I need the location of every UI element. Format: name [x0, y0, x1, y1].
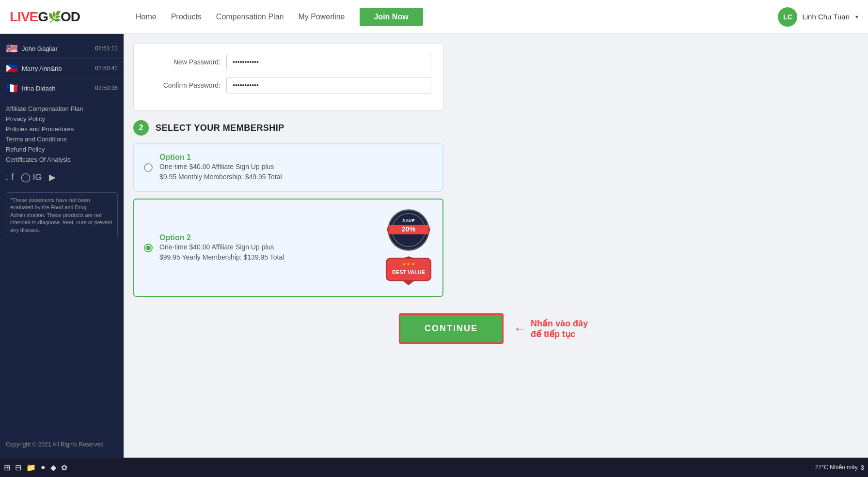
radio-option1[interactable] [144, 163, 153, 172]
user-name-label: Linh Chu Tuan [802, 13, 850, 21]
chevron-down-icon: ▾ [855, 14, 858, 20]
sidebar-user-2: 🇵🇭 Marry Ann&nb 02:50:42 [0, 59, 124, 78]
continue-button[interactable]: CONTINUE [399, 313, 504, 344]
main-layout: 🇺🇸 John Gagliar 02:51:11 🇵🇭 Marry Ann&nb… [0, 34, 868, 458]
taskbar: ⊞ ⊟ 📁 ● ◆ ✿ 27°C Nhiều mây 3 [0, 458, 868, 477]
taskbar-search-icon[interactable]: ⊟ [15, 463, 21, 472]
instagram-icon[interactable]: ◯ IG [21, 172, 42, 183]
annotation-text: Nhấn vào đâyđể tiếp tục [531, 318, 588, 339]
section-title-membership: SELECT YOUR MEMBERSHIP [156, 123, 284, 133]
nav-compensation[interactable]: Compensation Plan [216, 13, 284, 21]
logo-g: G [38, 9, 48, 25]
navbar: LIVEG🌿OD Home Products Compensation Plan… [0, 0, 868, 34]
join-now-button[interactable]: Join Now [360, 8, 423, 26]
user-menu[interactable]: LC Linh Chu Tuan ▾ [778, 7, 858, 27]
sidebar-link-terms[interactable]: Terms and Conditions [6, 136, 118, 143]
sidebar-disclaimer: *These statements have not been evaluate… [6, 192, 118, 238]
taskbar-app1-icon[interactable]: ◆ [50, 463, 56, 472]
user3-name: Irina Didash [22, 85, 91, 92]
flag-fr: 🇫🇷 [6, 82, 18, 94]
sidebar-copyright: Copyright © 2021 All Rights Reserved [0, 435, 124, 453]
logo-od: OD [61, 9, 80, 25]
logo-live: LIVE [10, 9, 38, 25]
user1-time: 02:51:11 [95, 45, 118, 52]
user3-time: 02:50:36 [95, 85, 118, 92]
nav-products[interactable]: Products [171, 13, 202, 21]
svg-marker-9 [403, 280, 415, 285]
taskbar-app2-icon[interactable]: ✿ [61, 463, 67, 472]
logo: LIVEG🌿OD [10, 9, 131, 25]
avatar: LC [778, 7, 797, 27]
sidebar-social:  f ◯ IG ▶ [0, 163, 124, 187]
option2-label: Option 2 [159, 233, 368, 242]
flag-us: 🇺🇸 [6, 43, 18, 54]
continue-area: CONTINUE ← Nhấn vào đâyđể tiếp tục [133, 304, 853, 349]
continue-wrapper: CONTINUE ← Nhấn vào đâyđể tiếp tục [399, 313, 588, 344]
taskbar-right: 27°C Nhiều mây 3 [815, 464, 864, 471]
windows-icon[interactable]: ⊞ [4, 463, 10, 472]
save-badge: SAVE 20% [387, 208, 430, 252]
svg-marker-4 [428, 225, 430, 234]
svg-marker-3 [387, 225, 389, 234]
sidebar-links: Affiliate Compensation Plan Privacy Poli… [0, 98, 124, 163]
weather-label: 27°C Nhiều mây [815, 464, 858, 471]
nav-powerline[interactable]: My Powerline [298, 13, 345, 21]
sidebar-link-refund[interactable]: Refund Policy [6, 146, 118, 153]
option2-badges: SAVE 20% ★ ★ ★ BEST VALUE [384, 208, 433, 287]
facebook-icon[interactable]:  f [6, 172, 14, 183]
new-password-input[interactable] [226, 54, 431, 70]
new-password-row: New Password: [145, 54, 431, 70]
user1-name: John Gagliar [22, 45, 91, 52]
nav-links: Home Products Compensation Plan My Power… [131, 8, 778, 26]
arrow-annotation: ← Nhấn vào đâyđể tiếp tục [513, 318, 588, 339]
youtube-icon[interactable]: ▶ [49, 172, 56, 183]
content-area: New Password: Confirm Password: 2 SELECT… [124, 34, 868, 458]
step2-header: 2 SELECT YOUR MEMBERSHIP [133, 120, 443, 136]
sidebar-user-1: 🇺🇸 John Gagliar 02:51:11 [0, 39, 124, 59]
taskbar-file-icon[interactable]: 📁 [26, 463, 36, 472]
sidebar-link-affiliate[interactable]: Affiliate Compensation Plan [6, 105, 118, 112]
nav-home[interactable]: Home [136, 13, 157, 21]
confirm-password-input[interactable] [226, 77, 431, 93]
option2-desc: One-time $40.00 Affiliate Sign Up plus$9… [159, 242, 368, 262]
new-password-label: New Password: [145, 58, 221, 66]
best-value-badge: ★ ★ ★ BEST VALUE [384, 256, 433, 287]
membership-option-1[interactable]: Option 1 One-time $40.00 Affiliate Sign … [133, 143, 443, 192]
sidebar-link-policies[interactable]: Policies and Procedures [6, 125, 118, 133]
step-circle-2: 2 [133, 120, 149, 136]
option2-content: Option 2 One-time $40.00 Affiliate Sign … [159, 233, 368, 262]
flag-ph: 🇵🇭 [6, 62, 18, 74]
sidebar-user-3: 🇫🇷 Irina Didash 02:50:36 [0, 78, 124, 98]
sidebar-link-certificates[interactable]: Certificates Of Analysis [6, 156, 118, 163]
password-form-card: New Password: Confirm Password: [133, 44, 443, 110]
svg-text:20%: 20% [402, 225, 416, 233]
option1-content: Option 1 One-time $40.00 Affiliate Sign … [159, 153, 282, 182]
option1-desc: One-time $40.00 Affiliate Sign Up plus$9… [159, 162, 282, 182]
confirm-password-label: Confirm Password: [145, 81, 221, 89]
taskbar-chrome-icon[interactable]: ● [41, 463, 46, 472]
user2-name: Marry Ann&nb [22, 65, 91, 72]
svg-text:BEST VALUE: BEST VALUE [392, 269, 425, 275]
svg-marker-8 [403, 256, 415, 258]
taskbar-time: 3 [861, 464, 864, 471]
red-arrow-icon: ← [513, 321, 527, 337]
membership-option-2[interactable]: Option 2 One-time $40.00 Affiliate Sign … [133, 199, 443, 297]
option1-label: Option 1 [159, 153, 282, 162]
logo-leaf: 🌿 [48, 11, 61, 23]
svg-text:SAVE: SAVE [402, 218, 415, 223]
sidebar-link-privacy[interactable]: Privacy Policy [6, 115, 118, 123]
sidebar: 🇺🇸 John Gagliar 02:51:11 🇵🇭 Marry Ann&nb… [0, 34, 124, 458]
confirm-password-row: Confirm Password: [145, 77, 431, 93]
radio-option2[interactable] [144, 244, 153, 252]
user2-time: 02:50:42 [95, 65, 118, 72]
svg-text:★ ★ ★: ★ ★ ★ [402, 262, 415, 266]
